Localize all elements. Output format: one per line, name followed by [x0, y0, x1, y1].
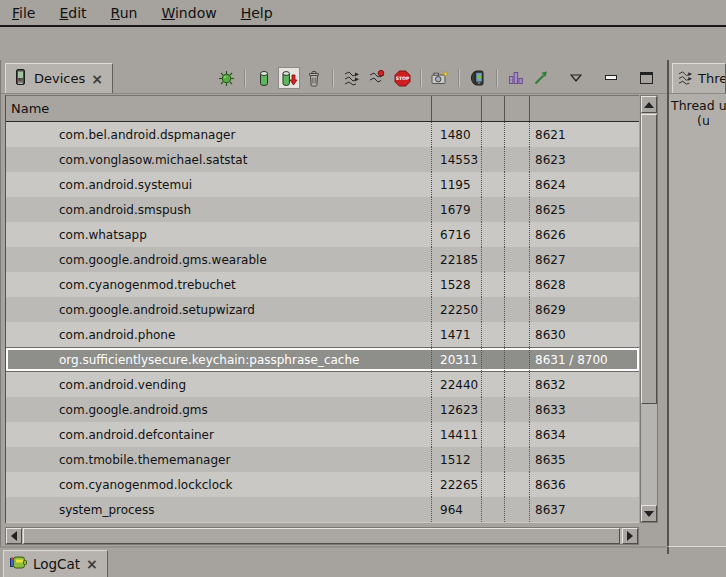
empty-cell [482, 297, 505, 322]
process-port-cell: 8632 [530, 372, 639, 397]
scroll-down-button[interactable] [641, 505, 657, 522]
tab-devices-label: Devices [34, 71, 85, 86]
menu-file[interactable]: File [12, 5, 35, 21]
empty-cell [505, 372, 530, 397]
process-pid-cell: 1512 [432, 447, 482, 472]
tab-logcat[interactable]: LogCat × [3, 550, 108, 577]
column-header-port[interactable] [530, 96, 639, 121]
process-port-cell: 8623 [530, 147, 639, 172]
process-name-cell: com.vonglasow.michael.satstat [6, 147, 432, 172]
table-row[interactable]: com.tmobile.thememanager 1512 8635 [6, 447, 639, 472]
scroll-up-button[interactable] [641, 96, 657, 113]
view-menu-icon[interactable] [565, 67, 587, 89]
process-pid-cell: 1471 [432, 322, 482, 347]
table-row[interactable]: com.bel.android.dspmanager 1480 8621 [6, 122, 639, 147]
empty-cell [505, 247, 530, 272]
svg-text:STOP: STOP [395, 76, 409, 81]
update-threads-icon[interactable] [341, 67, 363, 89]
tab-threads[interactable]: Threads [672, 63, 726, 93]
menu-edit[interactable]: Edit [59, 5, 86, 21]
table-row[interactable]: com.google.android.setupwizard 22250 862… [6, 297, 639, 322]
tab-devices[interactable]: Devices × [5, 63, 113, 93]
cause-gc-icon[interactable] [303, 67, 325, 89]
table-row[interactable]: com.google.android.gms.wearable 22185 86… [6, 247, 639, 272]
empty-cell [505, 472, 530, 497]
scroll-right-button[interactable] [622, 528, 638, 544]
device-view-icon[interactable] [467, 67, 489, 89]
table-row[interactable]: com.android.vending 22440 8632 [6, 372, 639, 397]
table-row[interactable]: com.android.phone 1471 8630 [6, 322, 639, 347]
process-pid-cell: 964 [432, 497, 482, 522]
empty-cell [505, 147, 530, 172]
right-panel-bottom-edge [667, 546, 726, 554]
tab-logcat-label: LogCat [33, 556, 80, 572]
process-pid-cell: 6716 [432, 222, 482, 247]
vertical-scroll-thumb[interactable] [641, 114, 657, 404]
table-row[interactable]: com.android.smspush 1679 8625 [6, 197, 639, 222]
table-row[interactable]: org.sufficientlysecure.keychain:passphra… [6, 347, 639, 372]
maximize-icon[interactable] [635, 67, 657, 89]
method-profiling-icon[interactable] [530, 67, 552, 89]
horizontal-scroll-thumb[interactable] [23, 528, 620, 544]
empty-cell [505, 322, 530, 347]
menu-run[interactable]: Run [111, 5, 138, 21]
panel-sash[interactable] [0, 546, 666, 548]
stop-process-icon[interactable]: STOP [391, 67, 413, 89]
process-name-cell: com.android.defcontainer [6, 422, 432, 447]
process-port-cell: 8625 [530, 197, 639, 222]
column-header-pid[interactable] [432, 96, 482, 121]
table-row[interactable]: com.google.android.gms 12623 8633 [6, 397, 639, 422]
bottom-panel: LogCat × [0, 546, 726, 577]
horizontal-scrollbar[interactable] [5, 527, 639, 545]
table-row[interactable]: com.cyanogenmod.trebuchet 1528 8628 [6, 272, 639, 297]
right-arrow-icon [627, 531, 633, 541]
empty-cell [482, 348, 505, 371]
menu-help[interactable]: Help [241, 5, 273, 21]
process-name-cell: com.android.smspush [6, 197, 432, 222]
devices-tabbar: Devices × [1, 60, 667, 94]
empty-cell [482, 172, 505, 197]
debug-process-icon[interactable] [215, 67, 237, 89]
process-port-cell: 8629 [530, 297, 639, 322]
tab-logcat-close-icon[interactable]: × [86, 557, 98, 571]
table-row[interactable]: com.cyanogenmod.lockclock 22265 8636 [6, 472, 639, 497]
menu-window[interactable]: Window [161, 5, 216, 21]
table-row[interactable]: com.android.defcontainer 14411 8634 [6, 422, 639, 447]
scroll-left-button[interactable] [6, 528, 22, 544]
column-header-3[interactable] [482, 96, 505, 121]
system-info-icon[interactable] [505, 67, 527, 89]
down-arrow-icon [644, 511, 654, 517]
threads-message-line2: (use toolbar button to enable) [669, 113, 726, 131]
tab-threads-label: Threads [698, 71, 726, 86]
process-port-cell: 8634 [530, 422, 639, 447]
minimize-icon[interactable] [600, 67, 622, 89]
toolbar-separator [458, 69, 460, 87]
devices-toolbar: STOP [215, 67, 667, 93]
table-row[interactable]: com.vonglasow.michael.satstat 14553 8623 [6, 147, 639, 172]
empty-cell [482, 447, 505, 472]
screen-capture-icon[interactable] [429, 67, 451, 89]
column-header-name[interactable]: Name [6, 96, 432, 121]
update-heap-icon[interactable] [253, 67, 275, 89]
column-header-4[interactable] [505, 96, 530, 121]
empty-cell [505, 197, 530, 222]
dump-hprof-icon[interactable] [278, 67, 300, 89]
table-row[interactable]: system_process 964 8637 [6, 497, 639, 522]
process-name-cell: com.android.phone [6, 322, 432, 347]
empty-cell [482, 147, 505, 172]
start-method-profiling-icon[interactable] [366, 67, 388, 89]
process-port-cell: 8624 [530, 172, 639, 197]
table-row[interactable]: com.whatsapp 6716 8626 [6, 222, 639, 247]
tab-devices-close-icon[interactable]: × [91, 72, 103, 86]
process-name-cell: com.cyanogenmod.trebuchet [6, 272, 432, 297]
empty-cell [505, 222, 530, 247]
process-port-cell: 8635 [530, 447, 639, 472]
devices-view: Devices × [0, 60, 666, 546]
process-port-cell: 8621 [530, 122, 639, 147]
empty-cell [505, 348, 530, 371]
process-name-cell: com.google.android.setupwizard [6, 297, 432, 322]
empty-cell [482, 322, 505, 347]
empty-cell [505, 447, 530, 472]
table-row[interactable]: com.android.systemui 1195 8624 [6, 172, 639, 197]
vertical-scrollbar[interactable] [640, 95, 658, 523]
